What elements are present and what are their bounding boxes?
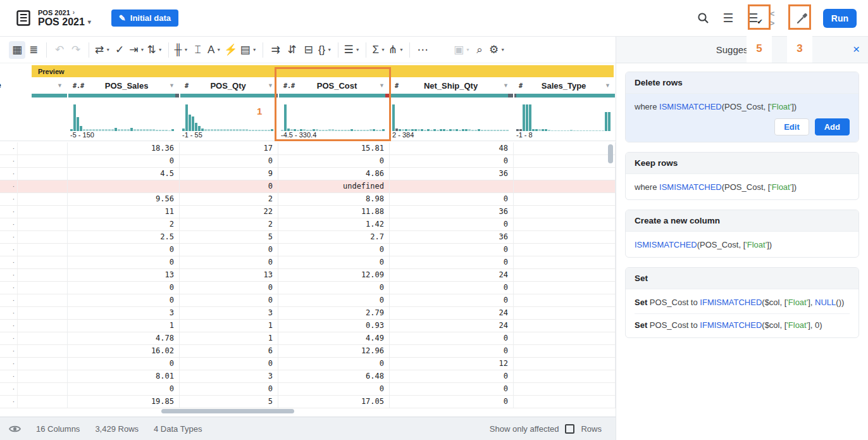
histogram-net_ship_qty[interactable] [390, 98, 514, 131]
column-menu-chevron-icon[interactable]: ▼ [605, 82, 611, 89]
edit-button[interactable]: Edit [774, 118, 809, 135]
cell[interactable]: 3 [68, 307, 180, 319]
cell[interactable]: 0 [180, 358, 278, 370]
column-menu-chevron-icon[interactable]: ▼ [169, 82, 175, 89]
row-marker[interactable]: · [0, 282, 18, 294]
cell[interactable]: 0 [180, 180, 278, 192]
row-marker[interactable]: · [0, 269, 18, 281]
cell[interactable]: 2 [180, 218, 278, 230]
cell[interactable]: undefined [278, 180, 390, 192]
histogram-bar[interactable] [198, 126, 201, 131]
lookup-button[interactable]: ⌕ [471, 41, 488, 59]
cell[interactable]: 0 [68, 294, 180, 306]
cell[interactable] [18, 244, 68, 256]
row-marker[interactable]: · [0, 168, 18, 180]
row-marker[interactable]: · [0, 206, 18, 218]
cell[interactable] [18, 396, 68, 408]
cell[interactable] [514, 142, 616, 154]
cell[interactable] [68, 180, 180, 192]
histogram-bar[interactable] [195, 123, 197, 131]
cell[interactable]: 3 [180, 370, 278, 382]
cell[interactable]: 17.05 [278, 396, 390, 408]
cell[interactable]: 0 [390, 155, 514, 167]
cell[interactable]: 2 [180, 193, 278, 205]
histogram-bar[interactable] [605, 112, 607, 131]
cell[interactable]: 0 [390, 294, 514, 306]
cell[interactable]: 48 [390, 142, 514, 154]
pivot-button[interactable]: ⊟ [301, 41, 317, 59]
cell[interactable]: 15.81 [278, 142, 390, 154]
cell[interactable]: 0 [278, 383, 390, 395]
cell[interactable] [18, 256, 68, 268]
row-marker[interactable]: · [0, 294, 18, 306]
row-marker[interactable]: · [0, 307, 18, 319]
cell[interactable] [514, 206, 616, 218]
column-header-clipped[interactable]: ▼ [18, 77, 68, 94]
cell[interactable]: 13 [68, 269, 180, 281]
data-quality-bar[interactable] [390, 94, 513, 97]
cell[interactable] [514, 320, 616, 332]
data-quality-bar[interactable] [514, 94, 615, 97]
cell[interactable]: 0 [68, 256, 180, 268]
cell[interactable]: 0 [390, 218, 514, 230]
cell[interactable]: 0 [278, 294, 390, 306]
column-menu-chevron-icon[interactable]: ▼ [57, 82, 63, 89]
cell[interactable]: 0 [180, 282, 278, 294]
cell[interactable]: 22 [180, 206, 278, 218]
cell[interactable]: 0 [68, 155, 180, 167]
histogram-bar[interactable] [77, 117, 79, 131]
data-quality-bar[interactable] [180, 94, 278, 97]
cell[interactable] [514, 396, 616, 408]
cell[interactable] [514, 358, 616, 370]
cell[interactable]: 0 [68, 244, 180, 256]
cell[interactable]: 0 [278, 256, 390, 268]
column-header-pos_qty[interactable]: #POS_Qty▼ [180, 77, 278, 94]
cell[interactable]: 1.42 [278, 218, 390, 230]
cell[interactable]: 0 [390, 345, 514, 357]
cell[interactable] [18, 180, 68, 192]
cell[interactable]: 5 [180, 396, 278, 408]
cell[interactable] [390, 180, 514, 192]
cell[interactable] [18, 307, 68, 319]
change-type-button[interactable]: ⇄▼ [94, 41, 111, 59]
grid-view-button[interactable]: ▦ [9, 41, 25, 59]
cell[interactable]: 0.93 [278, 320, 390, 332]
column-header-sales_type[interactable]: #Sales_Type▼ [514, 77, 616, 94]
cell[interactable] [18, 282, 68, 294]
suggestion-card-keep-rows[interactable]: Keep rowswhere ISMISMATCHED(POS_Cost, ['… [625, 152, 859, 200]
data-quality-bar[interactable] [32, 94, 67, 97]
cell[interactable]: 4.49 [278, 332, 390, 344]
cell[interactable] [18, 142, 68, 154]
settings-button[interactable]: ⚙▼ [488, 41, 506, 59]
cell[interactable]: 9.56 [68, 193, 180, 205]
cell[interactable] [18, 206, 68, 218]
cell[interactable] [514, 180, 616, 192]
cell[interactable] [514, 294, 616, 306]
cell[interactable]: 5 [180, 231, 278, 243]
cell[interactable] [18, 320, 68, 332]
suggestion-expression[interactable]: where ISMISMATCHED(POS_Cost, ['Float']) [635, 181, 850, 193]
cell[interactable]: 6.48 [278, 370, 390, 382]
histogram-bar[interactable] [526, 104, 528, 131]
cell[interactable]: 0 [68, 358, 180, 370]
cell[interactable]: 0 [390, 383, 514, 395]
cell[interactable]: 0 [390, 256, 514, 268]
column-menu-chevron-icon[interactable]: ▼ [503, 82, 509, 89]
cell[interactable] [514, 244, 616, 256]
histogram-bar[interactable] [185, 104, 188, 131]
histogram-sales_type[interactable] [514, 98, 616, 131]
suggestion-expression[interactable]: ISMISMATCHED(POS_Cost, ['Float']) [635, 239, 850, 251]
cell[interactable] [514, 370, 616, 382]
histogram-bar[interactable] [392, 104, 395, 131]
cell[interactable] [18, 383, 68, 395]
column-menu-chevron-icon[interactable]: ▼ [268, 82, 273, 89]
rows-checkbox[interactable] [565, 424, 574, 434]
horizontal-scrollbar[interactable] [161, 409, 294, 413]
suggestion-card-set[interactable]: SetSet POS_Cost to IFMISMATCHED($col, ['… [625, 267, 859, 338]
cell[interactable]: 12.09 [278, 269, 390, 281]
breadcrumb-item[interactable]: POS 2021 [38, 9, 70, 16]
cell[interactable]: 1 [180, 320, 278, 332]
cell[interactable]: 2.5 [68, 231, 180, 243]
cell[interactable]: 0 [180, 294, 278, 306]
cell[interactable]: 0 [390, 244, 514, 256]
